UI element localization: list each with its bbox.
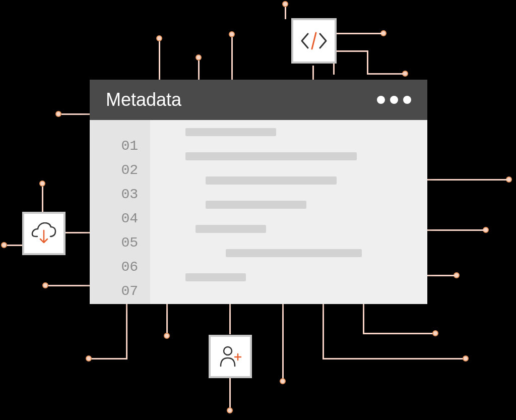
node [156, 35, 162, 41]
connector-line [285, 7, 286, 19]
connector-line [333, 33, 383, 34]
node [164, 333, 170, 339]
metadata-window: Metadata 01 02 03 04 05 06 07 [90, 80, 427, 304]
editor-content [150, 120, 427, 304]
content-placeholder-bar [185, 152, 357, 160]
connector-line [282, 304, 284, 380]
connector-line [229, 304, 231, 334]
connector-line [198, 61, 200, 80]
line-number: 05 [90, 231, 150, 255]
connector-line [367, 50, 368, 75]
connector-line [427, 179, 507, 181]
connector-line [322, 304, 324, 359]
line-number: 01 [90, 134, 150, 158]
connector-line [159, 41, 160, 80]
content-placeholder-bar [185, 128, 276, 136]
window-dot [403, 96, 411, 104]
window-controls [377, 96, 411, 104]
content-placeholder-bar [226, 249, 362, 257]
cloud-download-icon-box [22, 212, 66, 255]
code-icon-box [291, 18, 337, 64]
connector-line [7, 245, 23, 246]
code-icon [300, 31, 328, 51]
connector-line [363, 304, 364, 334]
line-number-gutter: 01 02 03 04 05 06 07 [90, 120, 150, 304]
node [86, 355, 92, 362]
content-placeholder-bar [206, 201, 306, 209]
content-placeholder-bar [196, 225, 266, 233]
connector-line [61, 113, 90, 115]
line-number: 02 [90, 158, 150, 183]
connector-line [322, 358, 464, 359]
node [282, 1, 288, 7]
connector-line [312, 66, 314, 80]
editor-body: 01 02 03 04 05 06 07 [90, 120, 427, 304]
connector-line [126, 304, 127, 359]
connector-line [64, 232, 90, 233]
user-add-icon-box [209, 335, 252, 378]
line-number: 04 [90, 207, 150, 231]
cloud-download-icon [30, 222, 57, 245]
connector-line [166, 304, 168, 334]
node [42, 282, 48, 288]
line-number: 06 [90, 255, 150, 279]
line-number: 07 [90, 279, 150, 304]
window-title: Metadata [106, 89, 181, 110]
connector-line [42, 187, 43, 212]
connector-line [91, 358, 127, 359]
connector-line [367, 73, 403, 75]
line-number: 03 [90, 183, 150, 207]
connector-line [48, 285, 90, 286]
user-add-icon [218, 345, 243, 368]
window-dot [377, 96, 385, 104]
connector-line [231, 37, 233, 80]
connector-line [229, 378, 231, 408]
content-placeholder-bar [185, 273, 246, 281]
connector-line [427, 229, 484, 231]
connector-line [333, 50, 368, 52]
node [39, 181, 45, 187]
window-dot [390, 96, 398, 104]
connector-line [427, 275, 455, 276]
node [229, 31, 235, 37]
node [227, 407, 233, 413]
node [463, 355, 469, 362]
node [1, 242, 7, 248]
content-placeholder-bar [206, 176, 337, 185]
node [432, 330, 438, 336]
titlebar: Metadata [90, 80, 427, 120]
node [196, 54, 202, 61]
node [280, 378, 286, 384]
svg-point-0 [224, 347, 232, 355]
node [55, 111, 61, 117]
connector-line [363, 333, 433, 334]
